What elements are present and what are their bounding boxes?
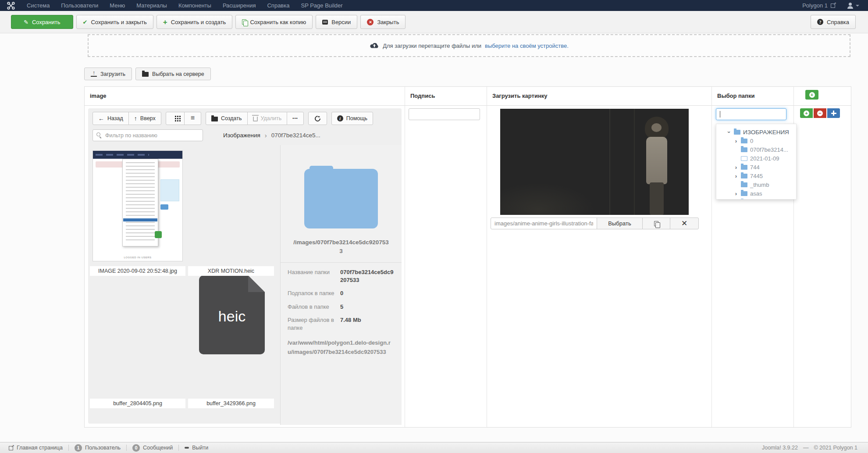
question-icon: ? [817, 19, 823, 25]
back-button[interactable]: ← Назад [92, 112, 129, 125]
save-new-button[interactable]: + Сохранить и создать [157, 15, 233, 29]
column-header-caption: Подпись [405, 87, 487, 106]
move-item-button[interactable] [827, 108, 840, 118]
tree-item[interactable]: 070f7be3214... [716, 145, 796, 154]
remove-item-button[interactable]: − [814, 108, 826, 118]
file-label[interactable]: IMAGE 2020-09-02 20:52:48.jpg [90, 266, 185, 276]
help-label: Справка [827, 19, 849, 25]
user-menu-button[interactable] [847, 3, 859, 9]
tree-item[interactable]: 2021-01-09 [716, 154, 796, 163]
chevron-right-icon[interactable]: › [733, 164, 739, 170]
file-label[interactable]: buffer_3429366.png [188, 399, 274, 408]
folder-icon [211, 117, 218, 121]
help-button[interactable]: ? Справка [811, 15, 856, 29]
upload-dropzone[interactable]: Для загрузки перетащите файлы или выбери… [88, 34, 850, 57]
chevron-right-icon[interactable]: › [733, 138, 739, 144]
external-link-icon [831, 3, 836, 8]
folder-icon [741, 191, 747, 196]
files-grid: LOGGED IN USERS IMAGE 2020-09-02 20:52:4… [88, 145, 280, 425]
list-view-button[interactable]: ≡ [184, 112, 201, 125]
messages-status-link[interactable]: 0 Сообщений [132, 444, 173, 452]
file-manager-toolbar: ← Назад ↑ Вверх ≡ [88, 108, 402, 128]
tree-item-root[interactable]: › ИЗОБРАЖЕНИЯ [716, 128, 796, 136]
file-label[interactable]: XDR MOTION.heic [188, 266, 274, 276]
divider [126, 445, 127, 451]
close-button[interactable]: × Закрыть [360, 15, 406, 29]
upload-button[interactable]: Загрузить [84, 68, 132, 80]
joomla-version: Joomla! 3.9.22 [762, 445, 798, 451]
folder-icon [734, 130, 740, 135]
tree-item[interactable]: › 7445 [716, 171, 796, 180]
site-preview-link[interactable]: Polygon 1 [802, 2, 836, 9]
menu-item-components[interactable]: Компоненты [173, 0, 217, 11]
folder-icon [741, 182, 747, 187]
copy-icon [242, 19, 246, 25]
breadcrumb-root[interactable]: Изображения [223, 132, 260, 139]
clear-image-button[interactable]: ✕ [670, 218, 699, 229]
column-header-upload-image: Загрузить картинку [487, 87, 712, 106]
up-button[interactable]: ↑ Вверх [128, 112, 161, 125]
delete-button[interactable]: Удалить [247, 112, 288, 125]
filter-input[interactable] [92, 129, 203, 141]
create-folder-button[interactable]: Создать [206, 112, 248, 125]
details-panel: /images/070f7be3214ce5dc9207533 Название… [280, 145, 402, 425]
image-path-input[interactable] [491, 218, 597, 229]
folder-select-wrap [716, 108, 786, 120]
tree-item-partial[interactable] [716, 198, 796, 200]
menu-item-help[interactable]: Справка [261, 0, 295, 11]
menu-item-menus[interactable]: Меню [104, 0, 131, 11]
save-copy-button[interactable]: Сохранить как копию [235, 15, 313, 29]
arrow-left-icon: ← [98, 115, 104, 121]
caption-cell [405, 106, 487, 427]
add-item-button[interactable]: + [800, 108, 813, 118]
chevron-right-icon[interactable]: › [733, 191, 739, 196]
chevron-right-icon[interactable]: › [733, 173, 739, 179]
image-preview[interactable] [500, 109, 689, 215]
more-button[interactable]: ••• [287, 112, 303, 125]
select-server-label: Выбрать на сервере [152, 71, 204, 77]
tree-item-label: ИЗОБРАЖЕНИЯ [743, 129, 789, 136]
folder-select-input[interactable] [716, 108, 786, 120]
grid-view-button[interactable] [166, 112, 185, 125]
image-path-row: Выбрать ✕ [491, 218, 699, 229]
menu-item-content[interactable]: Материалы [131, 0, 173, 11]
heic-badge: heic [199, 308, 265, 325]
select-image-button[interactable]: Выбрать [597, 218, 643, 229]
folder-icon [741, 174, 747, 178]
save-button[interactable]: ✎ Сохранить [11, 15, 73, 29]
chevron-down-icon[interactable]: › [726, 129, 732, 135]
file-label[interactable]: buffer_2804405.png [90, 399, 185, 408]
home-link[interactable]: Главная страница [9, 445, 63, 451]
users-count-badge: 1 [75, 444, 82, 452]
tree-item[interactable]: › 744 [716, 163, 796, 171]
tree-item[interactable]: › 0 [716, 136, 796, 145]
subform-controls: + − [800, 108, 851, 118]
file-thumbnail-screenshot[interactable]: LOGGED IN USERS [92, 150, 183, 261]
logout-link[interactable]: Выйти [185, 445, 208, 451]
refresh-button[interactable] [308, 112, 327, 125]
image-detail [646, 137, 667, 184]
copy-path-button[interactable] [642, 218, 670, 229]
menu-item-sp-page-builder[interactable]: SP Page Builder [295, 0, 348, 11]
column-header-folder-select: Выбор папки [712, 87, 794, 106]
fm-help-button[interactable]: i Помощь [331, 112, 373, 125]
file-thumbnail-heic[interactable]: heic [199, 275, 265, 354]
up-label: Вверх [140, 115, 156, 121]
admin-top-nav: Система Пользователи Меню Материалы Комп… [0, 0, 868, 11]
select-device-link[interactable]: выберите на своём устройстве. [485, 43, 569, 49]
add-row-button[interactable]: + [805, 90, 818, 100]
save-close-button[interactable]: ✔ Сохранить и закрыть [76, 15, 153, 29]
close-label: Закрыть [377, 19, 399, 25]
tree-item[interactable]: › asas [716, 189, 796, 198]
menu-item-users[interactable]: Пользователи [55, 0, 104, 11]
page-fold [248, 275, 265, 292]
versions-button[interactable]: Версии [316, 15, 357, 29]
tree-item[interactable]: _thumb [716, 180, 796, 189]
menu-item-system[interactable]: Система [21, 0, 55, 11]
menu-item-extensions[interactable]: Расширения [217, 0, 262, 11]
user-icon [847, 3, 853, 9]
caption-input[interactable] [409, 108, 480, 120]
select-server-button[interactable]: Выбрать на сервере [135, 68, 211, 80]
save-copy-label: Сохранить как копию [250, 19, 306, 25]
users-status-link[interactable]: 1 Пользователь [75, 444, 121, 452]
